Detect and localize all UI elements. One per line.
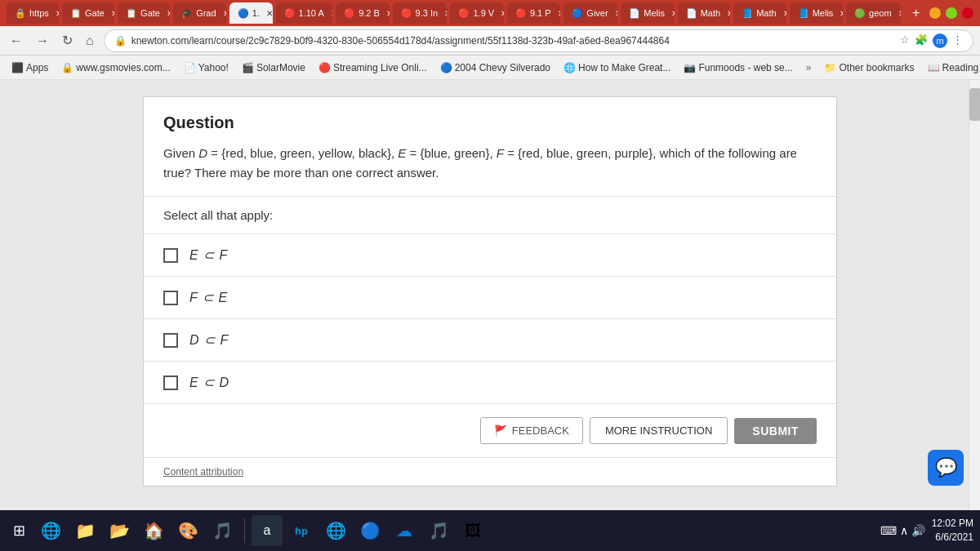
tab-icon: 🔴 (284, 8, 296, 19)
address-bar-row: ← → ↻ ⌂ 🔒 knewton.com/learn/course/2c9c7… (0, 26, 980, 56)
bookmark-other[interactable]: 📁 Other bookmarks (819, 60, 919, 75)
tab-icon: 🔵 (238, 8, 249, 19)
tab-gate2[interactable]: 📋 Gate ✕ (118, 2, 170, 24)
bookmark-streaming[interactable]: 🔴 Streaming Live Onli... (314, 60, 432, 75)
tab-9-2[interactable]: 🔴 9.2 B ✕ (336, 2, 389, 24)
tab-melis1[interactable]: 📄 Melis ✕ (621, 2, 674, 24)
tab-9-1[interactable]: 🔴 9.1 P ✕ (507, 2, 560, 24)
tab-1-10[interactable]: 🔴 1.10 A ✕ (276, 2, 333, 24)
star-icon[interactable]: ☆ (900, 33, 910, 48)
tab-geom[interactable]: 🟢 geom ✕ (846, 2, 901, 24)
tab-gate1[interactable]: 📋 Gate ✕ (62, 2, 114, 24)
back-button[interactable]: ← (7, 33, 26, 48)
bookmark-label: 2004 Chevy Silverado (455, 62, 550, 73)
answer-math-2: F ⊂ E (189, 290, 228, 305)
bookmark-label: Reading list (942, 62, 980, 73)
checkbox-option-3[interactable] (163, 333, 178, 348)
bookmark-label: Streaming Live Onli... (333, 62, 427, 73)
profile-icon[interactable]: m (933, 33, 947, 48)
bookmark-solarmovie[interactable]: 🎬 SolarMovie (237, 60, 310, 75)
tab-icon: 📋 (70, 8, 82, 19)
folder-icon: 📁 (824, 62, 836, 73)
taskbar: ⊞ 🌐 📁 📂 🏠 🎨 🎵 a hp 🌐 🔵 ☁ 🎵 🖼 ⌨ ∧ 🔊 12:02… (0, 510, 980, 513)
question-card: Question Given D = {red, blue, green, ye… (143, 96, 837, 487)
tab-icon: 🎓 (181, 8, 193, 19)
more-instruction-button[interactable]: MORE INSTRUCTION (590, 417, 728, 444)
funmoods-icon: 📷 (684, 62, 696, 73)
tab-giver[interactable]: 🔵 Giver ✕ (564, 2, 617, 24)
close-button[interactable]: ✕ (962, 7, 973, 19)
answer-option-2: F ⊂ E (144, 277, 836, 319)
answer-option-3: D ⊂ F (144, 319, 836, 362)
window-controls: — □ ✕ (929, 7, 973, 19)
answer-option-1: E ⊂ F (144, 234, 836, 277)
flag-icon: 🚩 (494, 424, 507, 437)
tab-icon: 🔴 (344, 8, 355, 19)
tab-icon: 📋 (126, 8, 137, 19)
tab-icon: 🔴 (515, 8, 527, 19)
bookmark-funmoods[interactable]: 📷 Funmoods - web se... (679, 60, 797, 75)
bookmark-chevy[interactable]: 🔵 2004 Chevy Silverado (435, 60, 555, 75)
bookmark-label: Yahoo! (198, 62, 229, 73)
tab-9-3[interactable]: 🔴 9.3 In ✕ (393, 2, 448, 24)
question-header: Question Given D = {red, blue, green, ye… (144, 97, 836, 197)
address-bar[interactable]: 🔒 knewton.com/learn/course/2c9c7829-b0f9… (104, 29, 973, 52)
bookmark-yahoo[interactable]: 📄 Yahoo! (179, 60, 234, 75)
bookmark-label: SolarMovie (256, 62, 305, 73)
tab-active[interactable]: 🔵 1. ✕ (229, 2, 273, 24)
content-attribution[interactable]: Content attribution (144, 457, 836, 486)
tab-melis2[interactable]: 📘 Melis ✕ (790, 2, 843, 24)
bookmark-label: Other bookmarks (839, 62, 914, 73)
chat-bubble-button[interactable]: 💬 (928, 450, 964, 486)
tab-icon: 🔒 (15, 8, 26, 19)
answer-option-4: E ⊂ D (144, 362, 836, 404)
checkbox-option-1[interactable] (163, 248, 178, 263)
bookmark-reading[interactable]: 📖 Reading list (923, 60, 980, 75)
maximize-button[interactable]: □ (946, 7, 957, 19)
tab-icon: 📄 (629, 8, 640, 19)
submit-button[interactable]: SUBMIT (734, 418, 817, 444)
checkbox-option-2[interactable] (163, 291, 178, 305)
bookmark-label: How to Make Great... (578, 62, 670, 73)
apps-grid-icon: ⬛ (11, 62, 24, 73)
tab-icon: 📘 (742, 8, 753, 19)
answer-math-1: E ⊂ F (189, 247, 228, 263)
answer-math-4: E ⊂ D (189, 375, 229, 390)
scrollbar-track (969, 80, 980, 510)
forward-button[interactable]: → (33, 33, 52, 48)
chevy-icon: 🔵 (440, 62, 452, 73)
bookmark-gsmovies[interactable]: 🔒 www.gsmovies.com... (56, 60, 175, 75)
minimize-button[interactable]: — (929, 7, 941, 19)
answer-math-3: D ⊂ F (189, 332, 229, 348)
tab-https[interactable]: 🔒 https ✕ (7, 2, 59, 24)
feedback-button[interactable]: 🚩 FEEDBACK (480, 417, 583, 444)
tab-icon: 🟢 (854, 8, 866, 19)
yahoo-icon: 📄 (184, 62, 196, 73)
tab-icon: 🔴 (458, 8, 470, 19)
lock-icon: 🔒 (114, 35, 127, 47)
streaming-icon: 🔴 (318, 62, 331, 73)
select-all-label: Select all that apply: (144, 197, 836, 234)
bookmark-apps[interactable]: ⬛ Apps (7, 60, 53, 75)
tab-1-9[interactable]: 🔴 1.9 V ✕ (450, 2, 503, 24)
checkbox-option-4[interactable] (163, 375, 178, 390)
refresh-button[interactable]: ↻ (59, 33, 76, 48)
menu-icon[interactable]: ⋮ (952, 33, 963, 48)
bookmark-howto[interactable]: 🌐 How to Make Great... (559, 60, 675, 75)
bookmarks-more-button[interactable]: » (801, 60, 817, 75)
home-button[interactable]: ⌂ (82, 33, 97, 48)
new-tab-button[interactable]: + (904, 2, 926, 24)
bookmark-label: Apps (26, 62, 48, 73)
tab-math1[interactable]: 📄 Math ✕ (678, 2, 731, 24)
question-title: Question (163, 113, 817, 132)
page-background: Question Given D = {red, blue, green, ye… (0, 80, 980, 513)
scrollbar-thumb[interactable] (969, 88, 980, 121)
tab-icon: 🔴 (401, 8, 412, 19)
extension-icon[interactable]: 🧩 (915, 33, 928, 48)
tab-math2[interactable]: 📘 Math ✕ (733, 2, 786, 24)
tab-icon: 📄 (686, 8, 697, 19)
howto-icon: 🌐 (564, 62, 576, 73)
solarmovie-icon: 🎬 (242, 62, 254, 73)
tab-grad[interactable]: 🎓 Grad ✕ (173, 2, 226, 24)
chat-icon: 💬 (935, 457, 957, 478)
